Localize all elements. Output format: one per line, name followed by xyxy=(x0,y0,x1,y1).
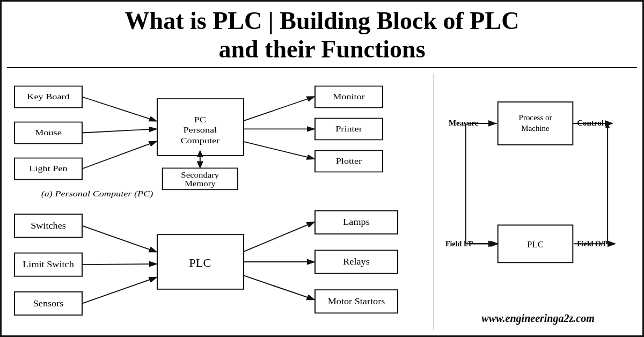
main-content: Key Board Mouse Light Pen PC Personal Co… xyxy=(7,68,637,335)
svg-text:Limit Switch: Limit Switch xyxy=(23,260,74,269)
svg-rect-13 xyxy=(315,86,383,107)
svg-line-44 xyxy=(244,222,313,252)
svg-text:Switches: Switches xyxy=(31,221,66,230)
svg-text:Lamps: Lamps xyxy=(343,217,370,227)
svg-line-21 xyxy=(82,142,156,169)
svg-line-24 xyxy=(244,142,313,159)
website-label: www.engineeringa2z.com xyxy=(439,307,637,330)
svg-rect-33 xyxy=(157,235,244,289)
svg-rect-10 xyxy=(163,168,238,189)
svg-text:Control: Control xyxy=(577,119,604,127)
pc-diagram: Key Board Mouse Light Pen PC Personal Co… xyxy=(7,74,428,200)
svg-text:Memory: Memory xyxy=(185,179,216,187)
svg-text:Process or: Process or xyxy=(519,113,552,122)
left-diagrams: Key Board Mouse Light Pen PC Personal Co… xyxy=(7,74,428,330)
right-diagram: Process or Machine PLC Measure Control xyxy=(439,74,637,307)
svg-rect-17 xyxy=(315,150,383,172)
svg-text:Mouse: Mouse xyxy=(35,128,62,137)
svg-rect-29 xyxy=(14,253,82,276)
svg-text:Monitor: Monitor xyxy=(333,92,365,101)
page-title: What is PLC | Building Block of PLC and … xyxy=(7,7,637,64)
svg-text:Measure: Measure xyxy=(449,119,479,127)
svg-line-43 xyxy=(82,277,156,303)
svg-rect-31 xyxy=(14,292,82,315)
svg-text:Key Board: Key Board xyxy=(27,92,70,101)
svg-text:Motor Startors: Motor Startors xyxy=(328,296,385,306)
svg-rect-37 xyxy=(315,250,398,273)
title-section: What is PLC | Building Block of PLC and … xyxy=(7,2,637,68)
svg-rect-2 xyxy=(14,122,82,143)
svg-text:Machine: Machine xyxy=(521,124,550,133)
svg-rect-0 xyxy=(14,86,82,107)
svg-text:Secondary: Secondary xyxy=(181,171,219,179)
svg-text:Personal: Personal xyxy=(183,126,217,135)
svg-text:Printer: Printer xyxy=(335,124,362,133)
svg-text:(a) Personal Computer (PC): (a) Personal Computer (PC) xyxy=(41,189,153,198)
svg-marker-62 xyxy=(605,122,610,128)
svg-rect-27 xyxy=(14,214,82,237)
svg-line-20 xyxy=(82,129,156,133)
svg-line-22 xyxy=(244,97,313,121)
svg-rect-35 xyxy=(315,211,398,234)
svg-rect-39 xyxy=(315,290,398,313)
svg-rect-4 xyxy=(14,158,82,179)
svg-text:Relays: Relays xyxy=(343,257,370,267)
svg-rect-6 xyxy=(157,99,244,156)
svg-line-41 xyxy=(82,226,156,252)
svg-rect-15 xyxy=(315,118,383,140)
svg-line-42 xyxy=(82,264,156,265)
svg-line-46 xyxy=(244,275,313,299)
svg-text:Sensors: Sensors xyxy=(33,298,64,308)
svg-text:Plotter: Plotter xyxy=(336,156,362,165)
svg-text:Light Pen: Light Pen xyxy=(29,164,68,173)
svg-text:PLC: PLC xyxy=(527,239,544,250)
svg-text:PC: PC xyxy=(194,115,206,124)
svg-text:PLC: PLC xyxy=(189,257,211,269)
plc-diagram: Switches Limit Switch Sensors PLC Lamps … xyxy=(7,204,428,330)
page-container: What is PLC | Building Block of PLC and … xyxy=(2,2,642,335)
svg-text:Computer: Computer xyxy=(180,136,219,145)
right-section: Process or Machine PLC Measure Control xyxy=(433,74,637,330)
svg-line-19 xyxy=(82,97,156,121)
